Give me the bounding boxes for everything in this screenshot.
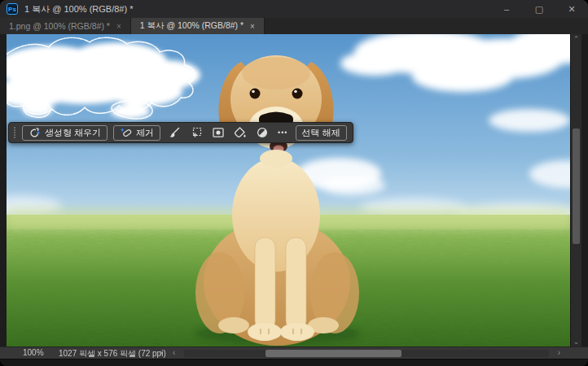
document-tab-bar: 1.png @ 100% (RGB/8#) * × 1 복사 @ 100% (R… — [0, 18, 588, 34]
tab-1png-label: 1.png @ 100% (RGB/8#) * — [9, 21, 110, 31]
tab-1-copy-label: 1 복사 @ 100% (RGB/8#) * — [140, 20, 244, 32]
scroll-up-icon[interactable]: ⌃ — [571, 34, 581, 44]
tab-1-copy-close-icon[interactable]: × — [250, 22, 255, 31]
generative-fill-label: 생성형 채우기 — [45, 127, 101, 139]
remove-label: 제거 — [136, 127, 154, 139]
modify-selection-icon[interactable] — [188, 125, 204, 141]
tab-1png[interactable]: 1.png @ 100% (RGB/8#) * × — [0, 18, 131, 34]
remove-tool-icon — [120, 127, 132, 139]
more-options-icon[interactable]: ••• — [276, 129, 289, 137]
remove-button[interactable]: 제거 — [113, 125, 160, 141]
scroll-down-icon[interactable]: ⌄ — [571, 337, 581, 346]
title-bar: Ps 1 복사 @ 100% (RGB/8#) * – ▢ ✕ — [0, 0, 588, 18]
mask-icon[interactable] — [210, 125, 226, 141]
deselect-label: 선택 해제 — [302, 127, 340, 139]
status-bar: 100% 1027 픽셀 x 576 픽셀 (72 ppi) › ‹ › — [0, 346, 588, 359]
photoshop-app-icon: Ps — [7, 3, 18, 15]
puppy-photo — [7, 34, 570, 346]
generative-fill-button[interactable]: 생성형 채우기 — [22, 125, 108, 141]
maximize-button[interactable]: ▢ — [523, 0, 555, 18]
canvas-area: ⌃ ⌄ — [0, 34, 588, 346]
adjustment-icon[interactable] — [254, 125, 270, 141]
window-bottom-edge — [0, 359, 588, 366]
close-button[interactable]: ✕ — [555, 0, 588, 18]
tab-1-copy[interactable]: 1 복사 @ 100% (RGB/8#) * × — [131, 18, 265, 34]
scroll-left-icon[interactable]: ‹ — [173, 348, 175, 357]
contextual-taskbar: 생성형 채우기 제거 — [8, 122, 353, 143]
brush-icon[interactable] — [166, 125, 182, 141]
status-menu-chevron-icon[interactable]: › — [160, 347, 163, 357]
taskbar-grip-handle[interactable] — [13, 126, 16, 139]
vertical-scrollbar-thumb[interactable] — [573, 129, 580, 244]
scroll-right-icon[interactable]: › — [558, 348, 560, 357]
zoom-level-field[interactable]: 100% — [23, 348, 44, 357]
tab-1png-close-icon[interactable]: × — [116, 22, 121, 31]
horizontal-scrollbar-thumb[interactable] — [265, 350, 402, 357]
deselect-button[interactable]: 선택 해제 — [296, 125, 347, 141]
window-controls: – ▢ ✕ — [490, 0, 588, 18]
minimize-button[interactable]: – — [490, 0, 523, 18]
document-canvas[interactable] — [7, 34, 570, 346]
generative-fill-icon — [29, 127, 41, 139]
vertical-scrollbar[interactable]: ⌃ ⌄ — [570, 34, 581, 346]
fill-bucket-icon[interactable] — [232, 125, 248, 141]
photoshop-window: Ps 1 복사 @ 100% (RGB/8#) * – ▢ ✕ 1.png @ … — [0, 0, 588, 366]
window-title: 1 복사 @ 100% (RGB/8#) * — [24, 3, 133, 15]
horizontal-scrollbar[interactable] — [184, 350, 549, 357]
document-info: 1027 픽셀 x 576 픽셀 (72 ppi) — [59, 348, 166, 359]
